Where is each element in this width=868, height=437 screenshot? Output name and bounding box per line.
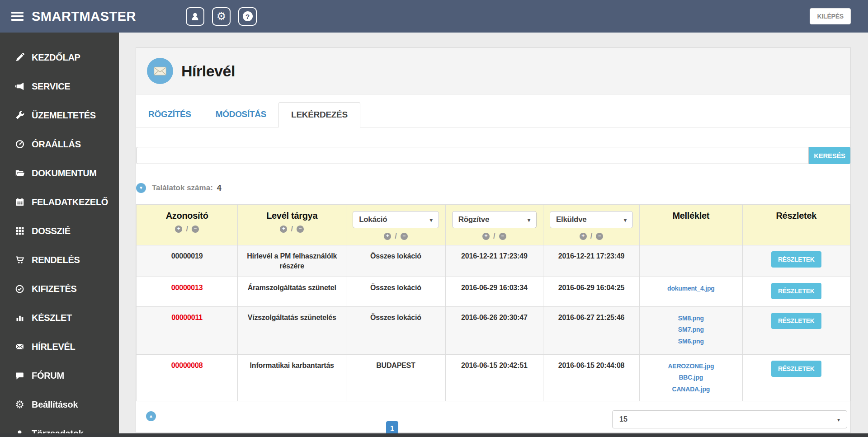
sent-filter-select[interactable]: Elküldve: [550, 211, 633, 228]
table-row: 00000011 Vízszolgáltatás szünetelés Össz…: [137, 307, 850, 355]
subject-cell: Hírlevél a PM felhasználólk részére: [238, 245, 346, 277]
results-count: 4: [217, 183, 222, 193]
recorded-cell: 2016-06-15 20:42:51: [445, 355, 543, 401]
sidebar-item-kifizetes[interactable]: KIFIZETÉS: [0, 274, 119, 303]
search-button[interactable]: KERESÉS: [809, 147, 850, 164]
sidebar-item-dokumentum[interactable]: DOKUMENTUM: [0, 159, 119, 188]
attachment-link[interactable]: BBC.jpg: [643, 372, 738, 383]
tab-rogzites[interactable]: RÖGZÍTÉS: [136, 102, 203, 127]
sidebar-item-feladatkezelo[interactable]: FELADATKEZELŐ: [0, 188, 119, 216]
sidebar: KEZDŐLAP SERVICE ÜZEMELTETÉS ÓRAÁLLÁS DO…: [0, 33, 119, 437]
gear-icon: ⚙: [14, 399, 26, 410]
attachment-link[interactable]: dokument_4.jpg: [643, 283, 738, 294]
subject-cell: Informatikai karbantartás: [238, 355, 346, 401]
grid-icon: [14, 226, 26, 235]
sidebar-item-rendeles[interactable]: RENDELÉS: [0, 245, 119, 274]
gauge-icon: [14, 139, 26, 149]
attachment-link[interactable]: CANADA.jpg: [643, 384, 738, 395]
chevron-down-icon: [837, 415, 840, 423]
sort-desc-icon[interactable]: [401, 233, 408, 240]
help-button[interactable]: ?: [238, 7, 257, 26]
location-cell: Összes lokáció: [346, 307, 445, 355]
main-content: Hírlevél RÖGZÍTÉS MÓDOSÍTÁS LEKÉRDEZÉS K…: [119, 33, 868, 437]
panel-header: Hírlevél: [136, 48, 850, 94]
question-icon: ?: [243, 11, 253, 21]
details-cell: RÉSZLETEK: [742, 277, 850, 307]
back-to-top-icon[interactable]: [146, 411, 156, 421]
details-button[interactable]: RÉSZLETEK: [771, 283, 821, 299]
id-cell: 00000013: [137, 277, 238, 307]
envelope-badge-icon: [147, 58, 173, 84]
megaphone-icon: [14, 81, 26, 91]
comment-icon: [14, 371, 26, 381]
tab-bar: RÖGZÍTÉS MÓDOSÍTÁS LEKÉRDEZÉS: [136, 102, 850, 127]
page-size-select[interactable]: 15: [612, 410, 847, 428]
sort-controls: [350, 232, 441, 240]
sort-asc-icon[interactable]: [384, 233, 391, 240]
tab-lekerdezes[interactable]: LEKÉRDEZÉS: [278, 102, 360, 127]
column-header-attachment: Melléklet: [640, 205, 742, 245]
sort-desc-icon[interactable]: [192, 226, 199, 233]
sort-asc-icon[interactable]: [280, 226, 287, 233]
user-icon: [190, 12, 200, 21]
sort-asc-icon[interactable]: [580, 233, 587, 240]
column-header-sent: Elküldve: [543, 205, 639, 245]
logout-button[interactable]: KILÉPÉS: [810, 8, 851, 24]
recorded-filter-select[interactable]: Rögzítve: [452, 211, 537, 228]
table-row: 00000019 Hírlevél a PM felhasználólk rés…: [137, 245, 850, 277]
chevron-down-icon: [528, 216, 530, 224]
sent-cell: 2016-06-29 16:04:25: [543, 277, 639, 307]
details-button[interactable]: RÉSZLETEK: [771, 361, 821, 377]
sidebar-item-forum[interactable]: FÓRUM: [0, 361, 119, 390]
location-cell: BUDAPEST: [346, 355, 445, 401]
table-row: 00000013 Áramszolgáltatás szünetel Össze…: [137, 277, 850, 307]
attachments-cell: [640, 245, 742, 277]
sidebar-item-service[interactable]: SERVICE: [0, 72, 119, 101]
sort-asc-icon[interactable]: [175, 226, 182, 233]
bar-chart-icon: [14, 313, 26, 322]
check-circle-icon: [14, 284, 26, 294]
details-button[interactable]: RÉSZLETEK: [771, 313, 821, 329]
collapse-arrow-icon[interactable]: [136, 183, 146, 193]
sidebar-item-uzemeltetes[interactable]: ÜZEMELTETÉS: [0, 101, 119, 130]
sidebar-item-beallitasok[interactable]: ⚙ Beállítások: [0, 390, 119, 419]
results-row: Találatok száma: 4: [136, 183, 850, 193]
search-input[interactable]: [136, 147, 809, 164]
recorded-cell: 2016-12-21 17:23:49: [445, 245, 543, 277]
column-header-location: Lokáció: [346, 205, 445, 245]
newsletter-panel: Hírlevél RÖGZÍTÉS MÓDOSÍTÁS LEKÉRDEZÉS K…: [136, 47, 851, 433]
attachment-link[interactable]: AEROZONE.jpg: [643, 361, 738, 372]
search-row: KERESÉS: [136, 147, 850, 164]
tab-modositas[interactable]: MÓDOSÍTÁS: [203, 102, 278, 127]
sidebar-item-hirlevel[interactable]: HÍRLEVÉL: [0, 332, 119, 361]
sort-desc-icon[interactable]: [596, 233, 603, 240]
location-filter-select[interactable]: Lokáció: [353, 211, 439, 228]
footer-strip: [0, 433, 868, 437]
cart-icon: [14, 255, 26, 265]
sort-asc-icon[interactable]: [482, 233, 490, 240]
sort-controls: [547, 232, 636, 240]
attachment-link[interactable]: SM7.png: [643, 324, 738, 335]
settings-button[interactable]: ⚙: [212, 7, 231, 26]
sort-controls: [241, 225, 342, 233]
wrench-icon: [14, 110, 26, 120]
menu-icon[interactable]: [11, 10, 24, 23]
sidebar-item-dosszie[interactable]: DOSSZIÉ: [0, 216, 119, 245]
recorded-cell: 2016-06-29 16:03:34: [445, 277, 543, 307]
sort-controls: [449, 232, 539, 240]
slash-separator: [395, 232, 396, 240]
sort-desc-icon[interactable]: [499, 233, 506, 240]
envelope-icon: [14, 342, 26, 351]
sidebar-item-oraallas[interactable]: ÓRAÁLLÁS: [0, 130, 119, 159]
calendar-icon: [14, 197, 26, 207]
details-button[interactable]: RÉSZLETEK: [771, 251, 821, 268]
sort-desc-icon[interactable]: [297, 226, 304, 233]
attachment-link[interactable]: SM6.png: [643, 336, 738, 347]
sent-cell: 2016-12-21 17:23:49: [543, 245, 639, 277]
slash-separator: [186, 225, 188, 233]
sidebar-item-keszlet[interactable]: KÉSZLET: [0, 303, 119, 332]
sidebar-item-kezdolap[interactable]: KEZDŐLAP: [0, 43, 119, 72]
subject-cell: Áramszolgáltatás szünetel: [238, 277, 346, 307]
user-button[interactable]: [186, 7, 204, 26]
attachment-link[interactable]: SM8.png: [643, 313, 738, 324]
